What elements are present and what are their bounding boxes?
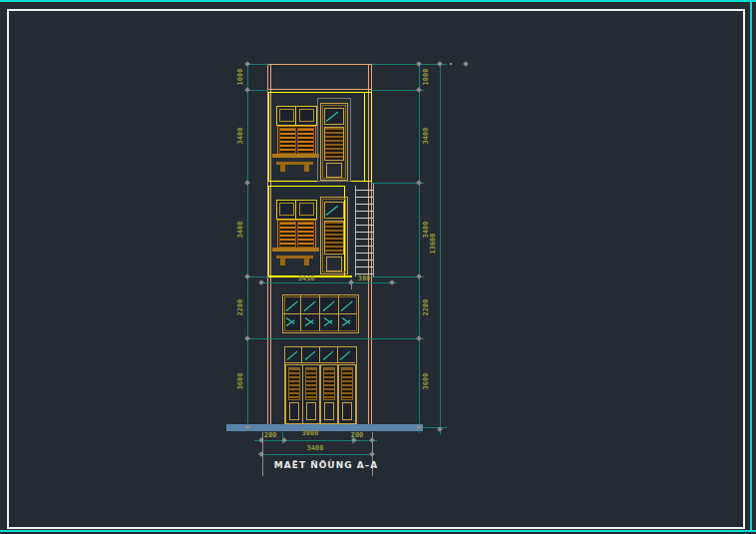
stair-rung [355,211,373,212]
window-f2-leg-right [304,259,309,266]
window-frame-top [0,0,756,2]
drawing-title: MAËT ÑÖÙNG A–A [274,460,378,470]
dim-label-right-1000: 1000 [422,69,430,86]
shutter-f2-right [297,222,314,248]
dim-label-bottom-3000: 3000 [302,429,319,437]
door-f3-panel [326,163,342,178]
leaf-2-louver [305,367,317,400]
dim-label-left-2200: 2200 [236,299,244,316]
leaf-1-panel [289,402,299,420]
dim-label-right-2200: 2200 [422,299,430,316]
dim-line [261,454,372,455]
ground-door-transom-divider [284,362,355,363]
window-f3-pane-right [299,109,314,122]
stair-rung [355,197,373,198]
window-f3-shutters [277,126,316,156]
dim-label-total-height: 13600 [429,233,437,254]
stair-rail-right [373,184,374,276]
window-frame-right [750,1,752,532]
dim-label-left-3400b: 3400 [236,222,244,239]
leaf-4-panel [342,402,352,420]
floor3-shaft-divider [364,92,365,181]
window-f3-glass-row [276,106,317,126]
stair-rung [355,225,373,226]
dim-label-bottom-200l: 200 [264,431,277,439]
stair-rung [355,267,373,267]
dim-line [247,64,268,65]
door-f3-glass [324,108,344,125]
dim-label-left-1000: 1000 [236,69,244,86]
window-f2-pane-left [279,203,294,216]
dim-line [247,276,268,277]
window-f3-leg-right [304,165,309,172]
dim-line [247,338,424,339]
stair-rung [355,239,373,240]
leaf-3-panel [324,402,334,420]
transom-mullion-2 [319,346,320,362]
window-f2-leg-left [280,259,285,266]
parapet-bottom-line [267,89,372,90]
dim-label-left-3600: 3600 [236,373,244,390]
mezzanine-mullion-2 [319,294,320,331]
leaf-3-louver [323,367,335,400]
door-leaf-1 [285,364,303,424]
dim-point [450,63,452,65]
window-frame-bottom [0,530,756,532]
window-f2-pane-right [299,203,314,216]
shutter-f3-left [279,128,296,154]
transom-mullion-1 [301,346,302,362]
stair-rung [355,253,373,254]
dim-line [261,282,397,283]
stair-rung [355,190,373,191]
stair-rung [355,218,373,219]
cad-canvas[interactable]: 1000 3400 3400 2200 3600 1000 3400 3400 … [0,0,756,534]
dim-label-mid-380: 380 [358,274,371,282]
parapet-top-line [267,64,372,65]
window-f2-shutters [277,220,316,250]
shutter-f3-right [297,128,314,154]
dim-line [247,90,268,91]
dim-line [419,62,420,433]
dim-label-right-3600: 3600 [422,373,430,390]
dim-label-bottom-200r: 200 [351,431,364,439]
door-leaf-3 [320,364,338,424]
leaf-1-louver [288,367,300,400]
window-f2-sill [272,248,319,252]
mezzanine-mullion-1 [300,294,301,331]
leaf-2-panel [306,402,316,420]
transom-mullion-3 [337,346,338,362]
window-f3-leg-left [280,165,285,172]
window-f3-pane-left [279,109,294,122]
window-f2-mullion [295,201,296,219]
stair-rung [355,204,373,205]
dim-label-bottom-total: 3400 [307,444,324,452]
door-leaf-2 [302,364,320,424]
mezzanine-mullion-3 [338,294,339,331]
door-f3-louver [324,127,344,161]
dim-line [254,440,377,441]
dim-label-left-3400a: 3400 [236,128,244,145]
dim-line [440,62,441,435]
stair-rung [355,232,373,233]
dim-line [247,62,248,431]
window-f3-mullion [295,107,296,125]
dim-label-right-3400a: 3400 [422,128,430,145]
stair-rung [355,246,373,247]
door-leaf-4 [338,364,356,424]
sheet-border [7,9,745,529]
dim-label-mid-3430: 3430 [298,274,315,282]
dim-line [372,64,447,65]
door-f2-glass [324,202,344,219]
ground-line [226,424,423,431]
shutter-f2-left [279,222,296,248]
stair-rung [355,260,373,261]
door-f2-louver [324,221,344,255]
leaf-4-louver [341,367,353,400]
door-f2-panel [326,257,342,271]
window-f3-sill [272,154,319,158]
window-f2-glass-row [276,200,317,220]
dim-line [423,427,447,428]
